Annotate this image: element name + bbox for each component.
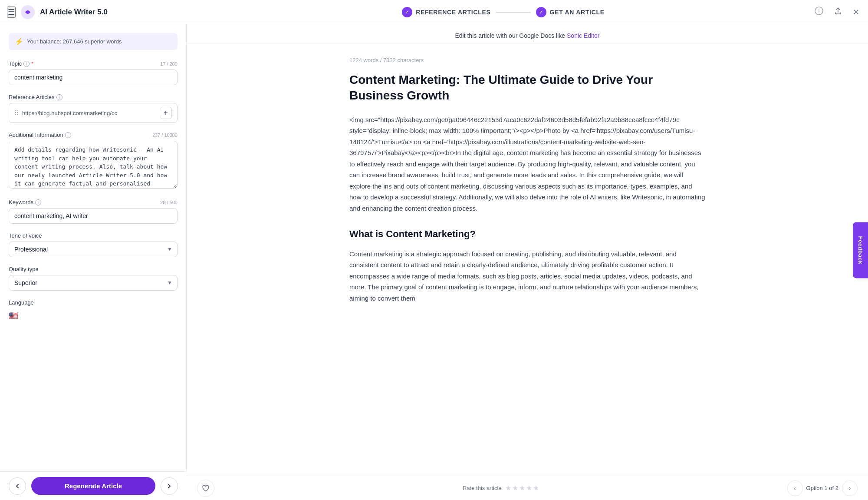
info-icon: i bbox=[815, 7, 823, 15]
forward-arrow-icon bbox=[166, 483, 173, 490]
topic-info-icon[interactable]: i bbox=[23, 61, 30, 67]
addinfo-char-count: 237 / 10000 bbox=[152, 132, 178, 138]
article-title: Content Marketing: The Ultimate Guide to… bbox=[349, 72, 705, 104]
topic-label-row: Topic i * 17 / 200 bbox=[9, 60, 178, 67]
share-button[interactable] bbox=[832, 5, 844, 19]
article-content: <img src="https://pixabay.com/get/ga0964… bbox=[349, 114, 705, 304]
addinfo-info-icon[interactable]: i bbox=[65, 132, 71, 138]
step-article[interactable]: ✓ GET AN ARTICLE bbox=[536, 7, 605, 17]
star-4[interactable]: ★ bbox=[526, 484, 532, 492]
app-title: AI Article Writer 5.0 bbox=[40, 8, 108, 17]
language-label: Language bbox=[9, 299, 34, 306]
addinfo-label-row: Additional Information i 237 / 10000 bbox=[9, 132, 178, 138]
step2-label: GET AN ARTICLE bbox=[550, 9, 605, 16]
next-option-button[interactable]: › bbox=[842, 480, 858, 496]
article-bottom-bar: Rate this article ★ ★ ★ ★ ★ ‹ Option 1 o… bbox=[187, 476, 868, 500]
option-text: Option 1 of 2 bbox=[806, 485, 838, 491]
logo-icon bbox=[21, 5, 35, 19]
content-area: Edit this article with our Google Docs l… bbox=[187, 24, 868, 500]
rate-section: Rate this article ★ ★ ★ ★ ★ bbox=[463, 484, 539, 492]
balance-bar: ⚡ Your balance: 267,646 superior words bbox=[9, 33, 178, 50]
star-3[interactable]: ★ bbox=[519, 484, 525, 492]
star-2[interactable]: ★ bbox=[512, 484, 518, 492]
addinfo-label: Additional Information i bbox=[9, 132, 71, 138]
edit-text: Edit this article with our Google Docs l… bbox=[455, 32, 565, 39]
close-button[interactable]: ✕ bbox=[851, 6, 861, 19]
quality-group: Quality type Superior Premium Economy ▼ bbox=[9, 266, 178, 291]
step1-icon: ✓ bbox=[402, 7, 412, 17]
step1-label: REFERENCE ARTICLES bbox=[416, 9, 490, 16]
prev-option-button[interactable]: ‹ bbox=[787, 480, 803, 496]
regenerate-button[interactable]: Regenerate Article bbox=[31, 477, 155, 495]
header-right: i ✕ bbox=[813, 5, 861, 19]
keywords-info-icon[interactable]: i bbox=[35, 199, 41, 205]
feedback-button[interactable]: Feedback bbox=[853, 222, 868, 278]
feedback-wrapper: Feedback bbox=[853, 222, 868, 278]
ref-info-icon[interactable]: i bbox=[56, 94, 62, 100]
tone-label: Tone of voice bbox=[9, 232, 42, 239]
article-img-paragraph: <img src="https://pixabay.com/get/ga0964… bbox=[349, 114, 705, 214]
word-count: 1224 words / 7332 characters bbox=[349, 57, 705, 63]
header-left: ☰ AI Article Writer 5.0 bbox=[7, 5, 194, 19]
svg-text:i: i bbox=[819, 8, 819, 13]
rate-text: Rate this article bbox=[463, 485, 502, 491]
back-arrow-icon bbox=[14, 483, 21, 490]
heart-icon bbox=[202, 484, 210, 492]
section-paragraph: Content marketing is a strategic approac… bbox=[349, 248, 705, 304]
share-icon bbox=[834, 7, 842, 15]
star-rating[interactable]: ★ ★ ★ ★ ★ bbox=[505, 484, 539, 492]
sidebar-bottom: Regenerate Article bbox=[0, 471, 187, 500]
ref-url-text: https://blog.hubspot.com/marketing/cc bbox=[22, 110, 156, 116]
language-group: Language 🇺🇸 bbox=[9, 299, 178, 323]
tone-group: Tone of voice Professional Casual Formal… bbox=[9, 232, 178, 257]
hamburger-button[interactable]: ☰ bbox=[7, 7, 16, 18]
tone-select[interactable]: Professional Casual Formal Humorous bbox=[9, 242, 178, 257]
ref-label-row: Reference Articles i bbox=[9, 94, 178, 100]
quality-select-wrapper: Superior Premium Economy ▼ bbox=[9, 275, 178, 291]
star-5[interactable]: ★ bbox=[533, 484, 539, 492]
keywords-input[interactable] bbox=[9, 208, 178, 224]
section-heading: What is Content Marketing? bbox=[349, 226, 705, 242]
like-button[interactable] bbox=[197, 480, 214, 497]
sidebar: ⚡ Your balance: 267,646 superior words T… bbox=[0, 24, 187, 500]
step-reference[interactable]: ✓ REFERENCE ARTICLES bbox=[402, 7, 490, 17]
star-1[interactable]: ★ bbox=[505, 484, 511, 492]
drag-handle-icon[interactable]: ⠿ bbox=[14, 109, 19, 116]
quality-select[interactable]: Superior Premium Economy bbox=[9, 275, 178, 291]
required-star: * bbox=[31, 60, 33, 67]
header: ☰ AI Article Writer 5.0 ✓ REFERENCE ARTI… bbox=[0, 0, 868, 24]
nav-section: ‹ Option 1 of 2 › bbox=[787, 480, 858, 496]
add-reference-button[interactable]: + bbox=[160, 107, 172, 119]
back-button[interactable] bbox=[9, 477, 26, 495]
topic-input[interactable] bbox=[9, 70, 178, 85]
ref-article-row: ⠿ https://blog.hubspot.com/marketing/cc … bbox=[9, 103, 178, 123]
sonic-editor-link[interactable]: Sonic Editor bbox=[567, 32, 599, 39]
keywords-label-row: Keywords i 28 / 500 bbox=[9, 199, 178, 205]
main-layout: ⚡ Your balance: 267,646 superior words T… bbox=[0, 24, 868, 500]
keywords-group: Keywords i 28 / 500 bbox=[9, 199, 178, 224]
step2-icon: ✓ bbox=[536, 7, 546, 17]
additional-info-textarea[interactable]: Add details regarding how Writesonic - A… bbox=[9, 141, 178, 189]
language-flag-row: 🇺🇸 bbox=[9, 308, 178, 323]
ref-label: Reference Articles i bbox=[9, 94, 62, 100]
balance-text: Your balance: 267,646 superior words bbox=[27, 38, 122, 45]
topic-field-group: Topic i * 17 / 200 bbox=[9, 60, 178, 85]
language-label-row: Language bbox=[9, 299, 178, 306]
info-button[interactable]: i bbox=[813, 5, 825, 19]
content-top-bar: Edit this article with our Google Docs l… bbox=[187, 24, 868, 44]
lightning-icon: ⚡ bbox=[15, 37, 23, 46]
quality-label-row: Quality type bbox=[9, 266, 178, 272]
topic-char-count: 17 / 200 bbox=[160, 61, 178, 66]
reference-articles-group: Reference Articles i ⠿ https://blog.hubs… bbox=[9, 94, 178, 123]
step-line bbox=[496, 12, 531, 13]
keywords-label: Keywords i bbox=[9, 199, 41, 205]
header-center: ✓ REFERENCE ARTICLES ✓ GET AN ARTICLE bbox=[194, 7, 813, 17]
quality-label: Quality type bbox=[9, 266, 39, 272]
keywords-char-count: 28 / 500 bbox=[160, 200, 178, 205]
tone-select-wrapper: Professional Casual Formal Humorous ▼ bbox=[9, 242, 178, 257]
additional-info-group: Additional Information i 237 / 10000 Add… bbox=[9, 132, 178, 190]
tone-label-row: Tone of voice bbox=[9, 232, 178, 239]
forward-button[interactable] bbox=[161, 477, 178, 495]
language-flag-icon: 🇺🇸 bbox=[9, 311, 18, 321]
topic-label: Topic i * bbox=[9, 60, 33, 67]
